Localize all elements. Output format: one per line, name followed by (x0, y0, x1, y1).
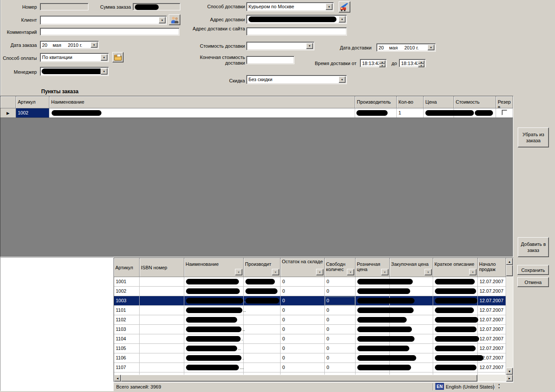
filter-dropdown-icon[interactable]: ▼ (347, 269, 354, 275)
isbn-cell[interactable] (140, 363, 184, 372)
remove-from-order-button[interactable]: Убрать из заказа (518, 127, 549, 147)
reserve-cell[interactable] (496, 108, 513, 118)
payment-document-button[interactable] (112, 52, 124, 62)
retail-price-cell[interactable] (356, 306, 390, 315)
free-qty-cell[interactable]: 0 (325, 306, 356, 315)
price-cell[interactable] (424, 108, 454, 118)
cancel-button[interactable]: Отмена (517, 277, 549, 287)
add-to-order-button[interactable]: Добавить в заказ (518, 237, 549, 257)
manager-combobox[interactable]: ▼ (40, 67, 109, 76)
isbn-cell[interactable] (140, 325, 184, 334)
table-row[interactable]: 1107...0012.07.2007 (114, 363, 513, 372)
delivery-time-to-spinner[interactable]: 18:13:43 ▲▼ (399, 59, 426, 67)
reserve-checkbox[interactable] (502, 110, 507, 115)
spin-buttons[interactable]: ▲▼ (418, 60, 424, 66)
horizontal-scrollbar[interactable]: ◄ ► (114, 375, 513, 382)
scroll-up-icon[interactable]: ▲ (506, 258, 513, 265)
articul-cell[interactable]: 1104 (114, 334, 140, 344)
chevron-down-icon[interactable]: ▼ (101, 54, 108, 61)
language-badge[interactable]: EN (435, 383, 444, 390)
table-row[interactable]: 1003..0012.07.2007 (114, 296, 513, 306)
chevron-down-icon[interactable]: ▼ (339, 76, 346, 83)
row-selector-cell[interactable]: ▶ (0, 108, 16, 118)
description-cell[interactable] (433, 287, 478, 296)
discount-combobox[interactable]: Без скидки ▼ (246, 75, 347, 84)
sale-start-cell[interactable]: 12.07.2007 (478, 344, 506, 353)
table-row[interactable]: 10010012.07.2007 (114, 277, 513, 287)
isbn-cell[interactable] (140, 277, 184, 287)
scroll-down-icon[interactable]: ▼ (506, 368, 513, 375)
description-cell[interactable] (433, 315, 478, 325)
producer-cell[interactable] (244, 315, 281, 325)
stock-cell[interactable]: 0 (281, 334, 325, 344)
vertical-scroll-thumb[interactable] (506, 265, 513, 276)
isbn-cell[interactable] (140, 334, 184, 344)
chevron-down-icon[interactable]: ▼ (339, 16, 346, 23)
filter-dropdown-icon[interactable]: ▼ (272, 269, 279, 275)
table-row[interactable]: 11020012.07.2007 (114, 315, 513, 325)
isbn-cell[interactable] (140, 353, 184, 363)
table-row[interactable]: 10020012.07.2007 (114, 287, 513, 296)
description-cell[interactable] (433, 344, 478, 353)
delivery-date-picker[interactable]: 20 мая 2010 г. ▼ (376, 43, 436, 52)
retail-price-cell[interactable] (356, 315, 390, 325)
isbn-cell[interactable] (140, 344, 184, 353)
delivery-time-from-spinner[interactable]: 18:13:43 ▲▼ (360, 59, 387, 67)
producer-cell[interactable] (244, 363, 281, 372)
producer-cell[interactable] (355, 108, 397, 118)
order-sum-field[interactable] (133, 3, 180, 10)
producer-cell[interactable] (244, 334, 281, 344)
save-button[interactable]: Сохранить (517, 265, 549, 275)
sale-start-cell[interactable]: 12.07.2007 (478, 334, 506, 344)
stock-cell[interactable]: 0 (281, 306, 325, 315)
scroll-left-icon[interactable]: ◄ (114, 375, 121, 382)
description-cell[interactable] (433, 325, 478, 334)
name-cell[interactable]: .. (184, 344, 244, 353)
filter-dropdown-icon[interactable]: ▼ (381, 269, 388, 275)
description-cell[interactable] (433, 306, 478, 315)
chevron-down-icon[interactable]: ▼ (159, 17, 166, 23)
free-qty-cell[interactable]: 0 (325, 344, 356, 353)
stock-cell[interactable]: 0 (281, 325, 325, 334)
name-cell[interactable]: .. (184, 306, 244, 315)
description-cell[interactable] (433, 363, 478, 372)
producer-cell[interactable] (244, 306, 281, 315)
stock-cell[interactable]: 0 (281, 296, 325, 306)
retail-price-cell[interactable] (356, 363, 390, 372)
retail-price-cell[interactable] (356, 296, 390, 306)
retail-price-cell[interactable] (356, 287, 390, 296)
free-qty-cell[interactable]: 0 (325, 363, 356, 372)
description-cell[interactable] (433, 277, 478, 287)
comment-field[interactable] (40, 28, 180, 36)
site-address-field[interactable] (246, 27, 347, 36)
articul-cell[interactable]: 1103 (114, 325, 140, 334)
name-cell[interactable] (184, 277, 244, 287)
free-qty-cell[interactable]: 0 (325, 334, 356, 344)
stock-cell[interactable]: 0 (281, 344, 325, 353)
final-delivery-cost-field[interactable] (246, 56, 294, 64)
table-row[interactable]: 1103..0012.07.2007 (114, 325, 513, 334)
articul-cell[interactable]: 1105 (114, 344, 140, 353)
producer-cell[interactable] (244, 325, 281, 334)
number-field[interactable] (40, 3, 88, 10)
free-qty-cell[interactable]: 0 (325, 296, 356, 306)
spin-buttons[interactable]: ▲▼ (379, 60, 385, 66)
filter-dropdown-icon[interactable]: ▼ (235, 269, 242, 275)
delivery-method-combobox[interactable]: Курьером по Москве ▼ (246, 2, 334, 11)
free-qty-cell[interactable]: 0 (325, 353, 356, 363)
name-cell[interactable]: ... (184, 363, 244, 372)
free-qty-cell[interactable]: 0 (325, 277, 356, 287)
sale-start-cell[interactable]: 12.07.2007 (478, 287, 506, 296)
sale-start-cell[interactable]: 12.07.2007 (478, 363, 506, 372)
open-clients-button[interactable] (169, 14, 180, 25)
articul-cell[interactable]: 1003 (114, 296, 140, 306)
chevron-down-icon[interactable]: ▼ (306, 43, 313, 49)
sale-start-cell[interactable]: 12.07.2007 (478, 296, 506, 306)
name-cell[interactable]: . (184, 334, 244, 344)
horizontal-scroll-thumb[interactable] (121, 375, 477, 382)
name-cell[interactable]: .. (184, 325, 244, 334)
free-qty-cell[interactable]: 0 (325, 287, 356, 296)
chevron-down-icon[interactable]: ▼ (428, 45, 434, 50)
chevron-down-icon[interactable]: ▼ (326, 3, 333, 10)
sale-start-cell[interactable]: 12.07.2007 (478, 315, 506, 325)
